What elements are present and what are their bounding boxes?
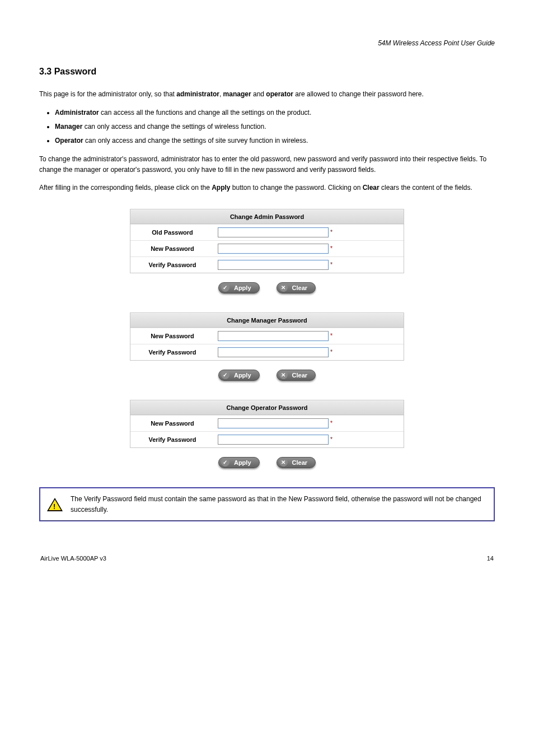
- text: This page is for the administrator only,…: [39, 90, 176, 98]
- list-item: Administrator can access all the functio…: [55, 108, 495, 118]
- field-cell: *: [214, 416, 404, 431]
- text: ,: [219, 90, 223, 98]
- field-label: Verify Password: [130, 432, 214, 447]
- text-bold: Manager: [55, 123, 82, 130]
- admin-button-row: ✓Apply ✕Clear: [39, 282, 495, 293]
- panel-header: Change Operator Password: [130, 400, 404, 415]
- button-label: Clear: [292, 459, 308, 466]
- new-password-input[interactable]: [218, 244, 329, 254]
- text: After filling in the corresponding field…: [39, 184, 212, 192]
- list-item: Operator can only access and change the …: [55, 136, 495, 146]
- intro-paragraph-2: To change the administrator's password, …: [39, 154, 495, 175]
- field-cell: *: [214, 432, 404, 447]
- text-bold: Clear: [363, 184, 380, 192]
- intro-paragraph-3: After filling in the corresponding field…: [39, 183, 495, 193]
- text: clears the content of the fields.: [380, 184, 472, 192]
- text: can access all the functions and change …: [99, 109, 312, 116]
- text: can only access and change the settings …: [82, 123, 266, 130]
- footer-company: AirLive WLA-5000AP v3: [40, 555, 106, 562]
- button-label: Clear: [292, 284, 308, 291]
- field-label: New Password: [130, 329, 214, 343]
- apply-button[interactable]: ✓Apply: [218, 457, 260, 468]
- check-icon: ✓: [221, 371, 229, 379]
- manager-password-panel: Change Manager Password New Password * V…: [130, 312, 404, 361]
- caution-box: ! The Verify Password field must contain…: [39, 487, 495, 521]
- field-label: New Password: [130, 241, 214, 256]
- button-label: Apply: [234, 459, 251, 466]
- clear-button[interactable]: ✕Clear: [277, 370, 316, 381]
- panel-header: Change Admin Password: [130, 209, 404, 224]
- text-bold: manager: [223, 90, 251, 98]
- admin-password-panel: Change Admin Password Old Password * New…: [130, 209, 404, 273]
- manager-button-row: ✓Apply ✕Clear: [39, 370, 495, 381]
- intro-paragraph-1: This page is for the administrator only,…: [39, 89, 495, 100]
- required-marker: *: [330, 436, 332, 442]
- required-marker: *: [330, 333, 332, 339]
- field-label: New Password: [130, 416, 214, 431]
- field-cell: *: [214, 344, 404, 360]
- check-icon: ✓: [221, 283, 229, 292]
- required-marker: *: [330, 420, 332, 426]
- button-label: Clear: [292, 372, 308, 379]
- footer-page-number: 14: [487, 555, 494, 562]
- caution-text: The Verify Password field must contain t…: [71, 494, 487, 515]
- clear-button[interactable]: ✕Clear: [277, 457, 316, 468]
- field-cell: *: [214, 257, 404, 273]
- form-row-verify-password: Verify Password *: [130, 344, 404, 360]
- verify-password-input[interactable]: [218, 260, 329, 270]
- apply-button[interactable]: ✓Apply: [218, 282, 260, 293]
- field-label: Verify Password: [130, 345, 214, 360]
- form-row-verify-password: Verify Password *: [130, 256, 404, 273]
- doc-header-title: 54M Wireless Access Point User Guide: [39, 39, 495, 47]
- verify-password-input[interactable]: [218, 347, 329, 357]
- field-cell: *: [214, 241, 404, 256]
- text-bold: Apply: [212, 184, 230, 192]
- field-cell: *: [214, 328, 404, 344]
- old-password-input[interactable]: [218, 227, 329, 237]
- text-bold: Operator: [55, 137, 83, 144]
- new-password-input[interactable]: [218, 418, 329, 428]
- list-item: Manager can only access and change the s…: [55, 122, 495, 132]
- text-bold: Administrator: [55, 109, 99, 116]
- close-icon: ✕: [279, 458, 288, 466]
- panel-header: Change Manager Password: [130, 313, 404, 328]
- section-heading-password: 3.3 Password: [39, 67, 495, 77]
- required-marker: *: [330, 245, 332, 251]
- text-bold: operator: [266, 90, 293, 98]
- field-label: Old Password: [130, 225, 214, 240]
- form-row-new-password: New Password *: [130, 328, 404, 344]
- field-label: Verify Password: [130, 258, 214, 272]
- operator-password-panel: Change Operator Password New Password * …: [130, 400, 404, 448]
- required-marker: *: [330, 229, 332, 235]
- form-row-new-password: New Password *: [130, 415, 404, 431]
- form-row-verify-password: Verify Password *: [130, 431, 404, 447]
- apply-button[interactable]: ✓Apply: [218, 370, 260, 381]
- text: are allowed to change their password her…: [293, 90, 424, 98]
- caution-icon: !: [47, 498, 63, 511]
- role-list: Administrator can access all the functio…: [55, 108, 495, 147]
- new-password-input[interactable]: [218, 331, 329, 341]
- text: and: [251, 90, 266, 98]
- required-marker: *: [330, 262, 332, 268]
- text: button to change the password. Clicking …: [231, 184, 363, 192]
- close-icon: ✕: [279, 371, 288, 379]
- button-label: Apply: [234, 284, 251, 291]
- verify-password-input[interactable]: [218, 435, 329, 445]
- form-row-old-password: Old Password *: [130, 224, 404, 240]
- text-bold: administrator: [176, 90, 219, 98]
- close-icon: ✕: [279, 283, 288, 292]
- form-row-new-password: New Password *: [130, 240, 404, 256]
- check-icon: ✓: [221, 458, 229, 466]
- clear-button[interactable]: ✕Clear: [277, 282, 316, 293]
- field-cell: *: [214, 225, 404, 240]
- page-footer: AirLive WLA-5000AP v3 14: [39, 555, 495, 562]
- text: can only access and change the settings …: [83, 137, 308, 144]
- required-marker: *: [330, 349, 332, 355]
- operator-button-row: ✓Apply ✕Clear: [39, 457, 495, 468]
- button-label: Apply: [234, 372, 251, 379]
